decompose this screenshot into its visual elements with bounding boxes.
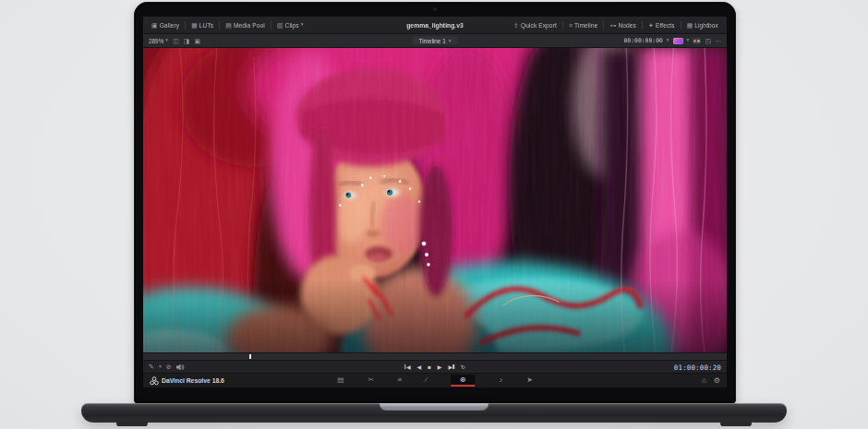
divider — [642, 21, 643, 30]
audio-speaker-icon[interactable] — [176, 363, 185, 371]
timeline-button[interactable]: ≡ Timeline — [564, 17, 603, 33]
bypass-grade-icon[interactable]: ⊘ — [166, 363, 172, 370]
gallery-button[interactable]: ▣ Gallery — [147, 17, 184, 33]
davinci-resolve-window: ▣ Gallery ▦ LUTs ▤ Media Pool ▥ Clips ▾ — [143, 17, 727, 387]
app-brand: DaVinci Resolve 18.6 — [150, 376, 224, 386]
expand-viewer-icon[interactable]: ◳ — [705, 38, 711, 44]
viewer-tools: ✎ ▾ ⊘ — [149, 363, 185, 371]
loop-playback-button[interactable]: ↻ — [461, 364, 465, 370]
effects-button[interactable]: ✦ Effects — [644, 17, 680, 33]
divider — [185, 21, 186, 30]
divider — [271, 21, 271, 30]
viewer-canvas — [143, 48, 727, 352]
effects-label: Effects — [656, 22, 675, 29]
viewer-toolbar: 289% ▾ ◫ ◨ ▣ Timeline 1 ▾ 00:00:00:00 ▾ … — [143, 34, 727, 48]
go-to-last-frame-button[interactable]: ▶ — [448, 364, 453, 370]
tab-fairlight[interactable]: ♪ — [500, 375, 503, 387]
tab-color[interactable]: ⊛ — [451, 375, 475, 387]
rubber-foot — [116, 422, 148, 426]
clip-thumbnail-icon[interactable] — [673, 38, 683, 44]
lightbox-icon: ▦ — [687, 22, 693, 29]
tab-fusion[interactable]: ⁄ — [426, 375, 427, 387]
viewer-scrub-bar[interactable] — [143, 352, 727, 360]
gallery-label: Gallery — [160, 22, 180, 29]
back-triangle: ◀ — [406, 364, 411, 370]
top-toolbar-right: ⇧ Quick Export ≡ Timeline ⊶ Nodes — [509, 17, 723, 33]
media-pool-icon: ▤ — [225, 22, 232, 29]
divider — [219, 21, 220, 30]
tab-edit[interactable]: ≡ — [398, 375, 402, 387]
macbook-screen-bezel: ▣ Gallery ▦ LUTs ▤ Media Pool ▥ Clips ▾ — [134, 2, 736, 404]
divider — [562, 21, 563, 30]
quick-export-button[interactable]: ⇧ Quick Export — [509, 17, 561, 33]
page-tabs: ▤ ✂ ≡ ⁄ ⊛ ♪ ➤ — [337, 374, 532, 387]
nodes-icon: ⊶ — [609, 22, 616, 29]
chevron-down-icon[interactable]: ▾ — [159, 364, 162, 370]
quick-export-label: Quick Export — [521, 22, 557, 29]
chevron-down-icon: ▾ — [165, 38, 168, 43]
chevron-down-icon[interactable]: ▾ — [667, 38, 669, 43]
image-wipe-toggle-icon[interactable]: ◫ — [173, 38, 179, 44]
luts-icon: ▦ — [191, 22, 198, 29]
effects-icon: ✦ — [648, 22, 654, 29]
tab-deliver[interactable]: ➤ — [526, 375, 532, 387]
clips-button[interactable]: ▥ Clips ▾ — [272, 17, 308, 33]
viewer-toolbar-right: 00:00:00:00 ▾ ▾ ◳ ⋯ — [624, 37, 721, 44]
page-background: ▣ Gallery ▦ LUTs ▤ Media Pool ▥ Clips ▾ — [0, 0, 868, 429]
status-bar-right: ⌂ ⚙ — [702, 377, 720, 385]
bar-glyph — [453, 364, 454, 369]
luts-label: LUTs — [199, 22, 213, 29]
highlight-toggle-icon[interactable]: ▣ — [194, 38, 200, 44]
quick-export-icon: ⇧ — [513, 22, 519, 29]
nodes-label: Nodes — [618, 22, 636, 29]
project-title: gemma_lighting.v3 — [406, 22, 464, 29]
playhead-marker[interactable] — [249, 354, 251, 359]
divider — [681, 21, 681, 30]
timeline-icon: ≡ — [569, 22, 573, 29]
chevron-down-icon: ▾ — [301, 22, 304, 28]
annotation-tool-icon[interactable]: ✎ — [149, 363, 154, 370]
clips-icon: ▥ — [277, 22, 283, 29]
more-options-icon[interactable]: ⋯ — [715, 38, 721, 44]
graded-clip-image — [143, 48, 727, 352]
transport-controls: ◀ ◀ ■ ▶ ▶ ↻ — [404, 364, 465, 370]
nodes-button[interactable]: ⊶ Nodes — [605, 17, 641, 33]
tab-media[interactable]: ▤ — [337, 375, 344, 387]
gallery-icon: ▣ — [151, 22, 158, 29]
page-navigation-bar: DaVinci Resolve 18.6 ▤ ✂ ≡ ⁄ ⊛ ♪ ➤ ⌂ ⚙ — [143, 373, 727, 387]
viewer-zoom-value: 289% — [149, 38, 163, 44]
luts-button[interactable]: ▦ LUTs — [187, 17, 218, 33]
macbook-base — [81, 403, 787, 423]
timeline-selector-dropdown[interactable]: Timeline 1 ▾ — [412, 37, 457, 45]
project-settings-gear-icon[interactable]: ⚙ — [714, 377, 720, 385]
step-back-button[interactable]: ◀ — [417, 364, 422, 370]
lid-opening-notch — [380, 403, 488, 411]
record-timecode: 01:00:00:20 — [674, 363, 721, 371]
lightbox-button[interactable]: ▦ Lightbox — [682, 17, 723, 33]
media-pool-button[interactable]: ▤ Media Pool — [221, 17, 270, 33]
lightbox-label: Lightbox — [694, 22, 718, 29]
timeline-label: Timeline — [574, 22, 597, 29]
transport-bar: ✎ ▾ ⊘ ◀ ◀ ■ ▶ ▶ — [143, 360, 727, 373]
divider — [603, 21, 604, 30]
app-version-label: DaVinci Resolve 18.6 — [162, 377, 224, 384]
tab-cut[interactable]: ✂ — [368, 375, 373, 387]
media-pool-label: Media Pool — [234, 22, 265, 29]
chevron-down-icon[interactable]: ▾ — [687, 38, 690, 43]
fwd-triangle: ▶ — [448, 364, 452, 370]
play-button[interactable]: ▶ — [438, 364, 442, 370]
project-manager-home-icon[interactable]: ⌂ — [702, 377, 706, 385]
stop-button[interactable]: ■ — [428, 364, 431, 370]
timeline-selector-label: Timeline 1 — [418, 38, 445, 44]
davinci-resolve-logo-icon — [150, 376, 159, 386]
webcam-icon — [433, 7, 437, 11]
scopes-icon[interactable] — [693, 38, 701, 44]
top-toolbar: ▣ Gallery ▦ LUTs ▤ Media Pool ▥ Clips ▾ — [143, 17, 727, 34]
split-screen-toggle-icon[interactable]: ◨ — [184, 38, 190, 44]
go-to-first-frame-button[interactable]: ◀ — [404, 364, 410, 370]
rubber-foot — [720, 422, 752, 426]
source-timecode: 00:00:00:00 — [624, 37, 663, 44]
clips-label: Clips — [285, 22, 299, 29]
chevron-down-icon: ▾ — [449, 38, 452, 43]
viewer-zoom-dropdown[interactable]: 289% ▾ — [149, 38, 168, 44]
